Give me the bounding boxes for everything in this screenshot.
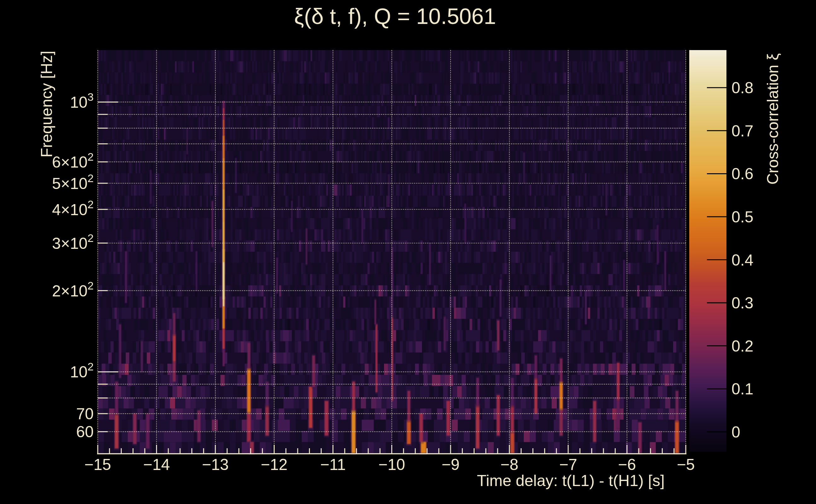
- svg-text:6×102: 6×102: [52, 151, 94, 171]
- svg-text:−9: −9: [441, 456, 459, 473]
- svg-text:−7: −7: [559, 456, 577, 473]
- svg-text:4×102: 4×102: [52, 198, 94, 219]
- svg-text:−14: −14: [143, 456, 170, 473]
- svg-text:ξ(δ t, f), Q = 10.5061: ξ(δ t, f), Q = 10.5061: [294, 4, 496, 29]
- svg-text:−5: −5: [677, 456, 695, 473]
- svg-text:−10: −10: [378, 456, 405, 473]
- svg-text:0.3: 0.3: [732, 294, 754, 312]
- svg-text:0: 0: [732, 423, 740, 441]
- svg-text:0.5: 0.5: [732, 208, 754, 226]
- svg-text:0.6: 0.6: [732, 165, 754, 183]
- svg-text:0.7: 0.7: [732, 122, 754, 140]
- svg-text:5×102: 5×102: [52, 172, 94, 192]
- svg-text:−13: −13: [202, 456, 229, 473]
- svg-text:70: 70: [76, 405, 94, 423]
- svg-text:−6: −6: [618, 456, 636, 473]
- svg-text:−12: −12: [261, 456, 288, 473]
- svg-text:60: 60: [76, 423, 94, 441]
- svg-text:0.8: 0.8: [732, 79, 754, 97]
- svg-text:−15: −15: [84, 456, 111, 473]
- svg-text:2×102: 2×102: [52, 279, 94, 300]
- svg-text:Time delay: t(L1) - t(H1) [s]: Time delay: t(L1) - t(H1) [s]: [477, 472, 665, 490]
- svg-text:Cross-correlation ξ: Cross-correlation ξ: [764, 53, 782, 185]
- svg-text:3×102: 3×102: [52, 232, 94, 252]
- svg-text:Frequency [Hz]: Frequency [Hz]: [38, 51, 55, 157]
- svg-text:−11: −11: [320, 456, 346, 473]
- svg-text:0.1: 0.1: [732, 380, 754, 398]
- svg-text:−8: −8: [500, 456, 518, 473]
- svg-text:0.2: 0.2: [732, 337, 754, 355]
- svg-text:0.4: 0.4: [732, 251, 754, 269]
